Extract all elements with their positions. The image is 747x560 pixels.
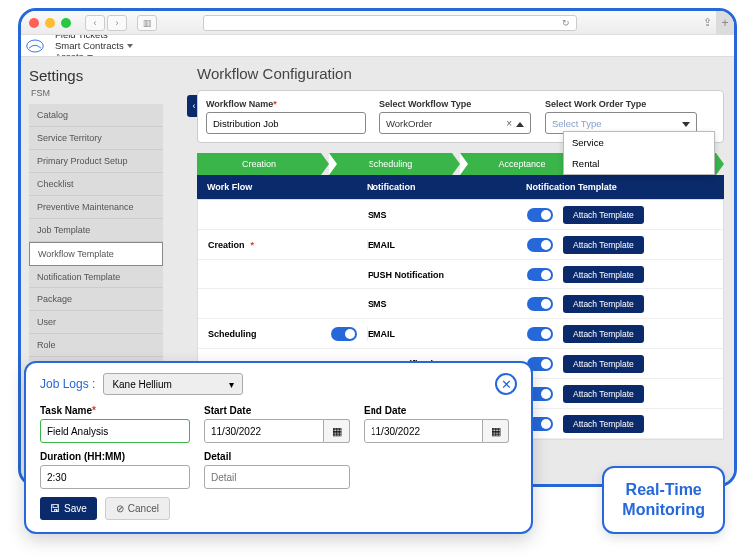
job-logs-person-value: Kane Hellium — [112, 379, 171, 390]
attach-template-button[interactable]: Attach Template — [563, 266, 644, 283]
workflow-type-value: WorkOrder — [386, 118, 432, 129]
cancel-icon: ⊘ — [116, 503, 124, 514]
template-cell: Attach Template — [527, 295, 723, 313]
start-date-calendar-button[interactable]: ▦ — [324, 419, 350, 443]
notification-toggle[interactable] — [527, 238, 553, 252]
sidebar-item-catalog[interactable]: Catalog — [29, 104, 163, 127]
notification-toggle[interactable] — [527, 268, 553, 281]
table-row: CreationEMAILAttach Template — [198, 230, 723, 260]
sidebar-item-primary-product-setup[interactable]: Primary Product Setup — [29, 150, 163, 173]
workflow-cell: Scheduling — [198, 327, 368, 341]
sidebar-item-user[interactable]: User — [29, 311, 163, 334]
notification-cell: EMAIL — [368, 240, 527, 250]
maximize-window-icon[interactable] — [61, 18, 71, 28]
sidebar-item-service-territory[interactable]: Service Territory — [29, 127, 163, 150]
notification-cell: PUSH Notification — [368, 270, 527, 280]
realtime-monitoring-badge: Real-TimeMonitoring — [602, 466, 725, 534]
attach-template-button[interactable]: Attach Template — [563, 236, 644, 254]
back-button[interactable]: ‹ — [85, 15, 105, 31]
template-cell: Attach Template — [527, 325, 723, 343]
stage-creation[interactable]: Creation — [197, 153, 321, 175]
job-logs-modal: Job Logs : Kane Hellium ▾ ✕ Task Name St… — [24, 361, 533, 534]
clear-icon[interactable]: × — [506, 118, 512, 129]
page-title: Workflow Configuration — [197, 65, 724, 82]
cancel-button[interactable]: ⊘Cancel — [105, 497, 170, 520]
stage-scheduling[interactable]: Scheduling — [329, 153, 452, 175]
workflow-toggle[interactable] — [331, 327, 357, 341]
attach-template-button[interactable]: Attach Template — [563, 206, 644, 224]
notification-toggle[interactable] — [527, 327, 553, 341]
sidebar-title: Settings — [29, 67, 163, 84]
notification-cell: SMS — [368, 299, 527, 309]
attach-template-button[interactable]: Attach Template — [563, 415, 644, 433]
sidebar-item-role[interactable]: Role — [29, 334, 163, 357]
sidebar-section-label: FSM — [29, 88, 163, 98]
work-order-type-placeholder: Select Type — [552, 118, 601, 129]
task-name-label: Task Name — [40, 405, 190, 416]
notification-toggle[interactable] — [527, 297, 553, 311]
table-row: SMSAttach Template — [198, 289, 723, 319]
sidebar-item-package[interactable]: Package — [29, 288, 163, 311]
notification-toggle[interactable] — [527, 208, 553, 222]
workflow-type-label: Select Workflow Type — [379, 99, 531, 109]
work-order-type-label: Select Work Order Type — [545, 99, 697, 109]
detail-input[interactable] — [204, 465, 350, 489]
end-date-label: End Date — [364, 405, 509, 416]
template-cell: Attach Template — [527, 415, 723, 433]
new-tab-button[interactable]: + — [716, 11, 734, 35]
attach-template-button[interactable]: Attach Template — [563, 295, 644, 313]
titlebar: ‹ › ▥ ↻ ⇪ ⧉ + — [21, 11, 734, 35]
main-menubar: HomeCustomersIncidentProposalProjectWork… — [21, 35, 734, 57]
minimize-window-icon[interactable] — [45, 18, 55, 28]
table-row: SMSAttach Template — [198, 200, 723, 230]
forward-button[interactable]: › — [107, 15, 127, 31]
sidebar-item-preventive-maintenance[interactable]: Preventive Maintenance — [29, 196, 163, 219]
grid-header-notification: Notification — [367, 182, 526, 192]
workflow-name-input[interactable] — [206, 112, 366, 134]
table-row: SchedulingEMAILAttach Template — [198, 319, 723, 349]
dropdown-option-service[interactable]: Service — [564, 132, 714, 153]
end-date-input[interactable] — [364, 419, 483, 443]
start-date-input[interactable] — [204, 419, 324, 443]
grid-header-workflow: Work Flow — [197, 182, 367, 192]
job-logs-person-select[interactable]: Kane Hellium ▾ — [103, 373, 243, 395]
save-button[interactable]: 🖫Save — [40, 497, 97, 520]
sidebar-item-workflow-template[interactable]: Workflow Template — [29, 242, 163, 266]
work-order-type-dropdown: Service Rental — [563, 131, 715, 175]
dropdown-option-rental[interactable]: Rental — [564, 153, 714, 174]
chevron-up-icon — [682, 118, 690, 129]
sidebar-item-notification-template[interactable]: Notification Template — [29, 266, 163, 288]
svg-point-0 — [27, 40, 44, 52]
sidebar-toggle-button[interactable]: ▥ — [137, 15, 157, 31]
attach-template-button[interactable]: Attach Template — [563, 355, 644, 373]
template-cell: Attach Template — [527, 355, 723, 373]
close-window-icon[interactable] — [29, 18, 39, 28]
task-name-input[interactable] — [40, 419, 190, 443]
attach-template-button[interactable]: Attach Template — [563, 325, 644, 343]
workflow-cell: Creation — [198, 240, 368, 250]
workflow-name-label: Workflow Name — [206, 99, 366, 109]
grid-header-template: Notification Template — [526, 182, 724, 192]
attach-template-button[interactable]: Attach Template — [563, 385, 644, 403]
grid-header: Work Flow Notification Notification Temp… — [197, 175, 724, 199]
notification-cell: EMAIL — [368, 329, 527, 339]
template-cell: Attach Template — [527, 266, 723, 283]
chevron-down-icon: ▾ — [229, 379, 234, 390]
duration-label: Duration (HH:MM) — [40, 451, 190, 462]
url-bar[interactable]: ↻ — [203, 15, 577, 31]
table-row: PUSH NotificationAttach Template — [198, 260, 723, 289]
share-icon[interactable]: ⇪ — [703, 16, 712, 29]
menu-item-smart-contracts[interactable]: Smart Contracts — [51, 40, 137, 51]
cancel-button-label: Cancel — [128, 503, 159, 514]
sidebar-item-job-template[interactable]: Job Template — [29, 219, 163, 242]
end-date-calendar-button[interactable]: ▦ — [483, 419, 509, 443]
save-button-label: Save — [64, 503, 87, 514]
workflow-type-select[interactable]: WorkOrder × — [379, 112, 531, 134]
template-cell: Attach Template — [527, 236, 723, 254]
detail-label: Detail — [204, 451, 350, 462]
sidebar-item-checklist[interactable]: Checklist — [29, 173, 163, 196]
chevron-up-icon — [516, 118, 524, 129]
close-modal-button[interactable]: ✕ — [495, 373, 517, 395]
duration-input[interactable] — [40, 465, 190, 489]
template-cell: Attach Template — [527, 206, 723, 224]
